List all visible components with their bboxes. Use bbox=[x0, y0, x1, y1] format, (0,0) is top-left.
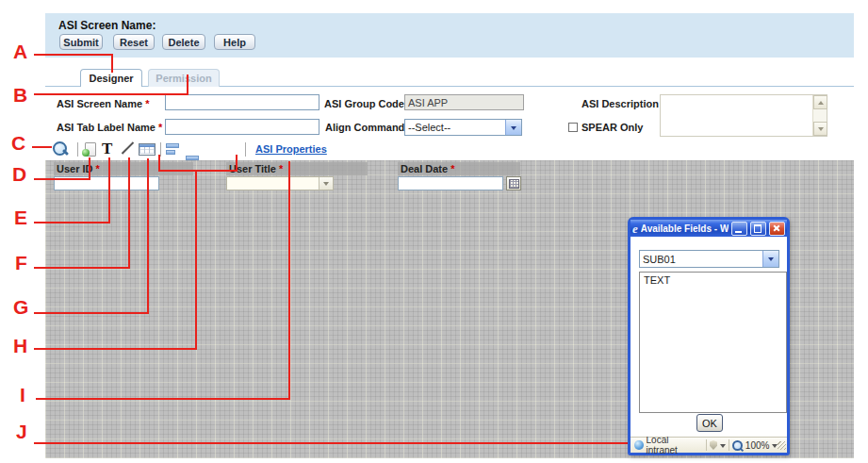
group-code-field: ASI APP bbox=[404, 94, 524, 110]
internet-explorer-icon: e bbox=[632, 223, 638, 235]
asi-properties-link[interactable]: ASI Properties bbox=[255, 143, 327, 155]
description-textarea[interactable] bbox=[660, 94, 827, 137]
annotation-line-h-bracket bbox=[158, 155, 160, 171]
delete-button[interactable]: Delete bbox=[162, 34, 205, 50]
available-fields-window[interactable]: e Available Fields - Wind... SUB01 TEXT … bbox=[628, 217, 790, 455]
list-item[interactable]: TEXT bbox=[644, 274, 782, 286]
table-tool-icon[interactable] bbox=[139, 143, 156, 156]
zoom-icon bbox=[732, 440, 743, 451]
annotation-letter-j: J bbox=[16, 422, 27, 441]
annotation-letter-e: E bbox=[14, 208, 27, 227]
annotation-line-h bbox=[195, 171, 197, 350]
canvas-field-userid-label: User ID * bbox=[57, 163, 100, 174]
annotation-letter-c: C bbox=[11, 134, 25, 153]
zoom-icon-handle bbox=[740, 447, 744, 451]
annotation-line-d bbox=[89, 157, 90, 180]
field-group-value: SUB01 bbox=[640, 251, 762, 267]
tab-label-name-input[interactable] bbox=[165, 119, 319, 135]
annotation-line-f bbox=[128, 157, 130, 269]
toolbar-separator bbox=[77, 142, 78, 157]
annotation-letter-a: A bbox=[13, 42, 27, 61]
annotation-line-a bbox=[111, 54, 113, 73]
diagonal-line bbox=[122, 141, 134, 154]
align-command-select[interactable]: --Select-- bbox=[404, 119, 522, 136]
chevron-down-icon bbox=[323, 182, 329, 189]
annotation-line-f bbox=[34, 267, 130, 269]
screen-name-label: ASI Screen Name * bbox=[57, 98, 149, 109]
scroll-down-icon bbox=[818, 127, 824, 134]
line-tool-icon[interactable] bbox=[121, 141, 135, 156]
shield-icon bbox=[710, 440, 718, 450]
screen-name-input[interactable] bbox=[165, 94, 319, 110]
required-asterisk: * bbox=[145, 98, 149, 109]
description-scrollbar[interactable] bbox=[812, 95, 827, 136]
toolbar-separator bbox=[245, 142, 246, 157]
annotation-line-b bbox=[187, 74, 188, 95]
annotation-line-e bbox=[34, 222, 110, 223]
submit-button[interactable]: Submit bbox=[59, 34, 103, 50]
window-title: Available Fields - Wind... bbox=[641, 223, 729, 234]
dropdown-arrow-button[interactable] bbox=[762, 251, 778, 267]
required-asterisk: * bbox=[158, 122, 162, 133]
app-screen: ASI Screen Name: Submit Reset Delete Hel… bbox=[0, 0, 868, 463]
align-left-icon[interactable] bbox=[165, 143, 180, 156]
bar bbox=[166, 143, 179, 148]
window-title-bar[interactable]: e Available Fields - Wind... bbox=[631, 220, 787, 237]
usertitle-select[interactable] bbox=[226, 176, 334, 190]
usertitle-value bbox=[227, 177, 319, 190]
canvas-field-dealdate-label: Deal Date * bbox=[401, 163, 454, 174]
annotation-line-h bbox=[34, 348, 197, 350]
annotation-line-i bbox=[36, 398, 290, 400]
status-separator bbox=[706, 439, 707, 451]
tab-permission[interactable]: Permission bbox=[148, 69, 220, 87]
available-fields-list[interactable]: TEXT bbox=[639, 272, 787, 413]
tab-label-name-label: ASI Tab Label Name * bbox=[57, 122, 162, 133]
annotation-line-e bbox=[108, 157, 110, 223]
chevron-down-icon bbox=[511, 126, 516, 133]
green-dot bbox=[82, 149, 90, 157]
minimize-button[interactable] bbox=[731, 222, 747, 236]
globe-icon bbox=[634, 440, 644, 450]
page-title: ASI Screen Name: bbox=[58, 19, 156, 32]
help-button[interactable]: Help bbox=[214, 34, 255, 50]
security-zone-label: Local intranet bbox=[647, 435, 700, 455]
align-command-value: --Select-- bbox=[405, 120, 505, 135]
dropdown-arrow-button[interactable] bbox=[505, 120, 521, 135]
table-icon-body bbox=[139, 147, 155, 154]
dropdown-arrow-button[interactable] bbox=[319, 177, 333, 190]
group-code-label: ASI Group Code bbox=[324, 98, 404, 109]
chevron-down-icon[interactable] bbox=[720, 444, 726, 451]
required-asterisk: * bbox=[96, 163, 100, 174]
annotation-line-i bbox=[288, 161, 290, 400]
spear-only-checkbox[interactable] bbox=[568, 123, 578, 132]
annotation-letter-h: H bbox=[13, 337, 27, 356]
close-button[interactable] bbox=[769, 222, 785, 236]
dealdate-input[interactable] bbox=[398, 176, 503, 190]
minimize-icon bbox=[735, 231, 742, 233]
resize-grip[interactable] bbox=[778, 441, 786, 450]
annotation-line-b bbox=[34, 93, 188, 95]
scroll-up-icon bbox=[818, 98, 824, 105]
toolbar-separator bbox=[160, 142, 161, 157]
required-asterisk: * bbox=[279, 163, 283, 174]
spear-only-label: SPEAR Only bbox=[581, 122, 643, 133]
scroll-up-button[interactable] bbox=[813, 95, 827, 109]
text-tool-icon[interactable]: T bbox=[102, 141, 112, 157]
annotation-line-h-bracket bbox=[158, 170, 237, 172]
userid-label-text: User ID bbox=[57, 163, 93, 174]
annotation-letter-g: G bbox=[13, 298, 28, 317]
maximize-button[interactable] bbox=[750, 222, 766, 236]
reset-button[interactable]: Reset bbox=[113, 34, 155, 50]
zoom-tool-icon[interactable] bbox=[52, 141, 70, 157]
annotation-line-g bbox=[34, 312, 149, 314]
annotation-line-g bbox=[147, 158, 149, 314]
annotation-line-d bbox=[34, 178, 90, 180]
required-asterisk: * bbox=[450, 163, 454, 174]
scroll-down-button[interactable] bbox=[813, 122, 827, 136]
ok-button[interactable]: OK bbox=[696, 414, 723, 432]
calendar-button[interactable] bbox=[506, 176, 521, 190]
add-field-icon[interactable] bbox=[83, 142, 97, 157]
field-group-select[interactable]: SUB01 bbox=[639, 250, 779, 268]
screen-name-label-text: ASI Screen Name bbox=[57, 98, 142, 109]
window-status-bar: Local intranet 100% bbox=[631, 437, 787, 453]
